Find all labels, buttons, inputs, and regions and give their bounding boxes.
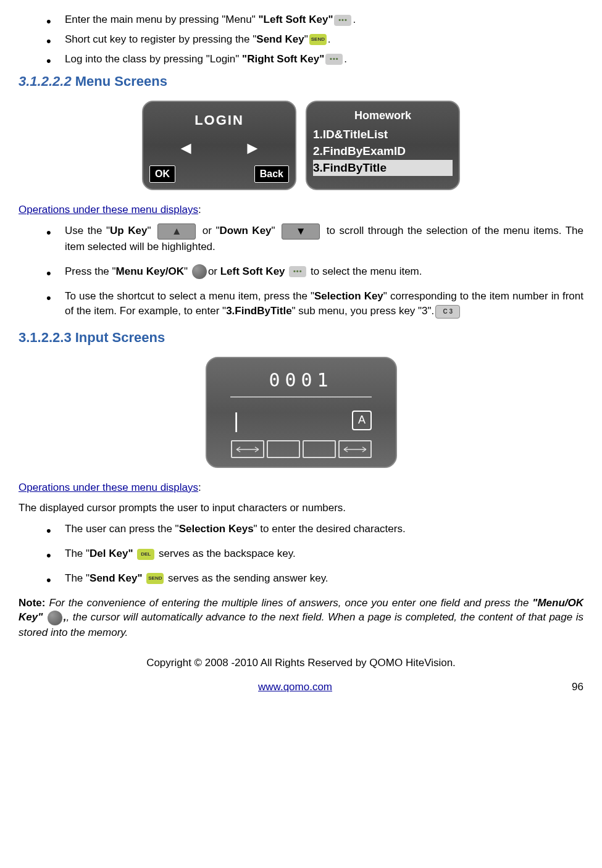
text: The " [65,572,90,584]
page-number: 96 [572,680,583,695]
section-number: 3.1.2.2.2 [19,73,72,89]
send-key-label: Send Key [256,33,304,45]
url: www.qomo.com [258,681,332,693]
menu-ok-icon [48,611,62,625]
del-key-icon: DEL [137,549,154,560]
answer-box [303,440,336,458]
mode-indicator: A [352,411,372,430]
bullet-send-key: The "Send Key" SEND serves as the sendin… [49,571,583,586]
text: To use the shortcut to select a menu ite… [65,290,314,302]
ops-heading-2: Operations under these menu displays: [19,480,583,495]
down-key-label: Down Key [220,225,272,236]
cursor-row: | A [230,407,372,435]
selection-key-label: Selection Key [314,290,383,302]
selection-keys-label: Selection Keys [179,523,254,535]
text: : [198,482,201,493]
left-soft-key-label: "Left Soft Key" [259,14,333,25]
login-arrows: ◄► [177,136,261,160]
answer-box [267,440,300,458]
text: : [198,204,201,215]
bullet-menu: Enter the main menu by pressing "Menu" "… [49,12,583,27]
heading-menu-screens: 3.1.2.2.2 Menu Screens [19,72,583,91]
hw-item-2: 2.FindByExamID [313,143,453,160]
login-bottom: OK Back [149,165,289,183]
left-soft-key-icon [334,15,351,26]
copyright: Copyright © 2008 -2010 All Rights Reserv… [19,656,583,670]
input-screenshot: 0001 | A [19,357,583,468]
input-screen: 0001 | A [206,357,397,468]
cursor-description: The displayed cursor prompts the user to… [19,501,583,515]
right-soft-key-label: "Right Soft Key" [242,53,324,65]
text: " [304,33,308,45]
text: to select the menu item. [307,265,422,277]
down-arrow-icon [282,223,320,240]
text: " to enter the desired characters. [254,523,406,535]
cursor: | [230,407,242,435]
send-key-icon: SEND [146,573,164,584]
note-text: For the convenience of entering the mult… [49,597,532,609]
text: Log into the class by pressing "Login" [65,53,242,65]
hw-title: Homework [313,108,453,123]
text: serves as the backspace key. [156,548,295,559]
note-label: Note: [19,597,49,609]
bullet-del-key: The "Del Key" DEL serves as the backspac… [49,546,583,561]
section-title: Menu Screens [72,73,167,89]
text: " [148,225,156,236]
hw-item-1: 1.ID&TitleList [313,127,453,143]
hw-item-3-selected: 3.FindByTitle [313,160,453,177]
text: . [328,33,331,45]
back-button: Back [254,165,289,183]
text: Short cut key to register by pressing th… [65,33,256,45]
bullet-shortcut: To use the shortcut to select a menu ite… [49,289,583,319]
note-text: , the cursor will automatically advance … [19,611,583,638]
answer-box [338,440,372,458]
login-title: LOGIN [194,111,244,130]
heading-input-screens: 3.1.2.2.3 Input Screens [19,328,583,348]
ops-link: Operations under these menu displays [19,482,198,493]
section-title: Input Screens [72,330,165,345]
divider [230,396,372,398]
text: Press the " [65,265,116,277]
text: or " [198,225,219,236]
key-3-icon: C 3 [435,305,460,319]
text: Enter the main menu by pressing "Menu" [65,14,259,25]
left-soft-key-label: Left Soft Key [220,265,288,277]
footer: Copyright © 2008 -2010 All Rights Reserv… [19,656,583,695]
send-key-icon: SEND [309,34,327,45]
text: " [272,225,280,236]
find-by-title-label: 3.FindByTitle [226,305,291,317]
bullet-login: Log into the class by pressing "Login" "… [49,52,583,67]
left-soft-key-icon [289,266,306,277]
del-key-label: Del Key" [90,548,133,559]
ops-link: Operations under these menu displays [19,204,198,215]
login-screen: LOGIN ◄► OK Back [142,101,296,190]
text: " sub menu, you press key "3". [292,305,435,317]
send-key-label: Send Key" [90,572,143,584]
bullet-register: Short cut key to register by pressing th… [49,32,583,47]
text: " [184,265,191,277]
text: or [208,265,220,277]
text: Use the " [65,225,110,236]
ok-button: OK [149,165,175,183]
answer-boxes [231,440,372,458]
ops-heading-1: Operations under these menu displays: [19,202,583,217]
menu-ok-icon [192,264,207,279]
bullet-scroll: Use the "Up Key" or "Down Key" to scroll… [49,223,583,254]
text: . [353,14,356,25]
note-paragraph: Note: For the convenience of entering th… [19,596,583,640]
menu-screenshots: LOGIN ◄► OK Back Homework 1.ID&TitleList… [19,101,583,190]
text: The " [65,548,90,559]
right-soft-key-icon [325,54,343,65]
up-arrow-icon [157,223,196,240]
top-bullets: Enter the main menu by pressing "Menu" "… [19,12,583,66]
text: . [344,53,347,65]
bullet-select: Press the "Menu Key/OK" or Left Soft Key… [49,264,583,280]
bullet-selection-keys: The user can press the "Selection Keys" … [49,522,583,536]
homework-screen: Homework 1.ID&TitleList 2.FindByExamID 3… [306,101,460,190]
text: The user can press the " [65,523,179,535]
input-ops-bullets: The user can press the "Selection Keys" … [19,522,583,585]
section-number: 3.1.2.2.3 [19,330,72,345]
text: serves as the sending answer key. [165,572,328,584]
answer-box [231,440,264,458]
menu-ops-bullets: Use the "Up Key" or "Down Key" to scroll… [19,223,583,319]
